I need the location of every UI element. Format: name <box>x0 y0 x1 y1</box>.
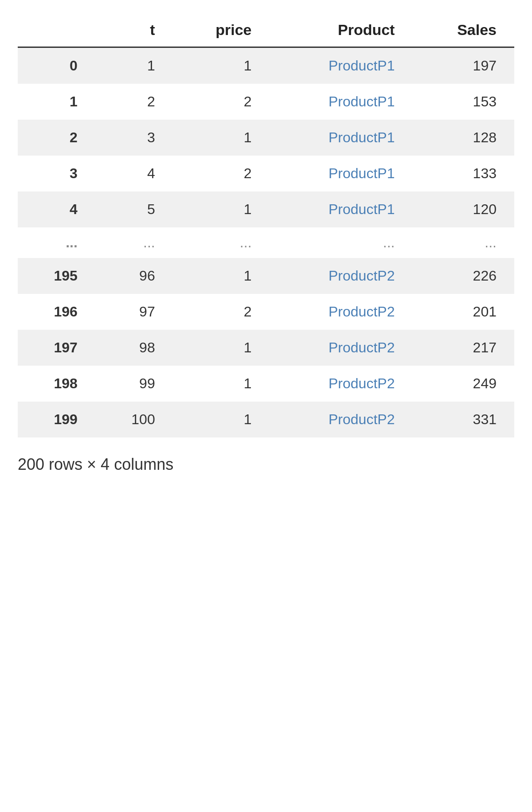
cell-index: 197 <box>18 330 95 366</box>
table-row: 451ProductP1120 <box>18 191 514 227</box>
cell-product: ProductP1 <box>270 120 413 156</box>
cell-t: 3 <box>95 120 173 156</box>
cell-product: ProductP2 <box>270 330 413 366</box>
cell-product: ProductP1 <box>270 156 413 191</box>
cell-t: 99 <box>95 366 173 402</box>
table-row: 198991ProductP2249 <box>18 366 514 402</box>
cell-sales: 197 <box>412 47 514 84</box>
table-header: t price Product Sales <box>18 13 514 47</box>
cell-product: ProductP2 <box>270 402 413 437</box>
col-header-index <box>18 13 95 47</box>
cell-sales: 120 <box>412 191 514 227</box>
table-row: 196972ProductP2201 <box>18 294 514 330</box>
col-header-sales: Sales <box>412 13 514 47</box>
cell-index: 1 <box>18 84 95 120</box>
cell-t: 96 <box>95 258 173 294</box>
cell-sales: 153 <box>412 84 514 120</box>
cell-price: 2 <box>173 294 270 330</box>
cell-ellipsis: ... <box>270 227 413 258</box>
cell-sales: 128 <box>412 120 514 156</box>
col-header-price: price <box>173 13 270 47</box>
cell-index: 196 <box>18 294 95 330</box>
cell-price: 2 <box>173 84 270 120</box>
cell-index: 2 <box>18 120 95 156</box>
cell-ellipsis: ... <box>18 227 95 258</box>
cell-product: ProductP2 <box>270 294 413 330</box>
table-row: 011ProductP1197 <box>18 47 514 84</box>
table-row: 197981ProductP2217 <box>18 330 514 366</box>
cell-price: 1 <box>173 330 270 366</box>
cell-price: 1 <box>173 191 270 227</box>
cell-index: 0 <box>18 47 95 84</box>
cell-t: 5 <box>95 191 173 227</box>
cell-index: 3 <box>18 156 95 191</box>
cell-price: 1 <box>173 120 270 156</box>
cell-price: 1 <box>173 402 270 437</box>
cell-product: ProductP1 <box>270 47 413 84</box>
cell-ellipsis: ... <box>412 227 514 258</box>
cell-t: 2 <box>95 84 173 120</box>
cell-ellipsis: ... <box>173 227 270 258</box>
cell-product: ProductP2 <box>270 366 413 402</box>
table-footer: 200 rows × 4 columns <box>18 455 514 474</box>
table-row: 195961ProductP2226 <box>18 258 514 294</box>
cell-sales: 217 <box>412 330 514 366</box>
cell-sales: 133 <box>412 156 514 191</box>
table-row: 122ProductP1153 <box>18 84 514 120</box>
ellipsis-row: ............... <box>18 227 514 258</box>
cell-index: 198 <box>18 366 95 402</box>
cell-t: 98 <box>95 330 173 366</box>
cell-sales: 226 <box>412 258 514 294</box>
header-row: t price Product Sales <box>18 13 514 47</box>
cell-t: 1 <box>95 47 173 84</box>
cell-t: 100 <box>95 402 173 437</box>
cell-sales: 201 <box>412 294 514 330</box>
cell-price: 2 <box>173 156 270 191</box>
cell-price: 1 <box>173 258 270 294</box>
cell-t: 97 <box>95 294 173 330</box>
table-row: 342ProductP1133 <box>18 156 514 191</box>
cell-index: 4 <box>18 191 95 227</box>
cell-sales: 249 <box>412 366 514 402</box>
table-body: 011ProductP1197122ProductP1153231Product… <box>18 47 514 438</box>
cell-ellipsis: ... <box>95 227 173 258</box>
cell-sales: 331 <box>412 402 514 437</box>
data-table-container: t price Product Sales 011ProductP1197122… <box>18 13 514 474</box>
cell-t: 4 <box>95 156 173 191</box>
cell-price: 1 <box>173 47 270 84</box>
cell-product: ProductP1 <box>270 84 413 120</box>
table-row: 231ProductP1128 <box>18 120 514 156</box>
cell-product: ProductP2 <box>270 258 413 294</box>
cell-index: 195 <box>18 258 95 294</box>
cell-index: 199 <box>18 402 95 437</box>
data-table: t price Product Sales 011ProductP1197122… <box>18 13 514 437</box>
cell-product: ProductP1 <box>270 191 413 227</box>
col-header-t: t <box>95 13 173 47</box>
col-header-product: Product <box>270 13 413 47</box>
cell-price: 1 <box>173 366 270 402</box>
table-row: 1991001ProductP2331 <box>18 402 514 437</box>
